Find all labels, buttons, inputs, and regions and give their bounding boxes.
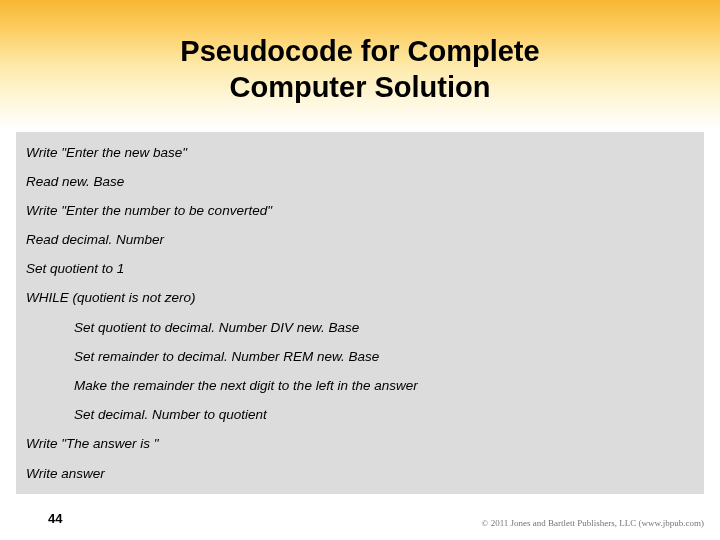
code-line: Write "Enter the new base" bbox=[26, 138, 694, 167]
code-line: Make the remainder the next digit to the… bbox=[26, 372, 694, 401]
code-line: Set quotient to decimal. Number DIV new.… bbox=[26, 313, 694, 342]
title-line-1: Pseudocode for Complete bbox=[180, 35, 539, 67]
pseudocode-box: Write "Enter the new base" Read new. Bas… bbox=[16, 132, 704, 494]
code-line: Write "Enter the number to be converted" bbox=[26, 196, 694, 225]
code-line: Read new. Base bbox=[26, 167, 694, 196]
code-line: Set remainder to decimal. Number REM new… bbox=[26, 342, 694, 371]
title-line-2: Computer Solution bbox=[230, 71, 491, 103]
code-line: Write "The answer is " bbox=[26, 430, 694, 459]
code-line: Set quotient to 1 bbox=[26, 255, 694, 284]
code-line: Read decimal. Number bbox=[26, 226, 694, 255]
slide-title: Pseudocode for Complete Computer Solutio… bbox=[180, 33, 539, 106]
copyright-notice: © 2011 Jones and Bartlett Publishers, LL… bbox=[482, 518, 704, 528]
slide-header: Pseudocode for Complete Computer Solutio… bbox=[0, 0, 720, 130]
code-line: Set decimal. Number to quotient bbox=[26, 401, 694, 430]
page-number: 44 bbox=[48, 511, 62, 526]
code-line: WHILE (quotient is not zero) bbox=[26, 284, 694, 313]
code-line: Write answer bbox=[26, 459, 694, 488]
